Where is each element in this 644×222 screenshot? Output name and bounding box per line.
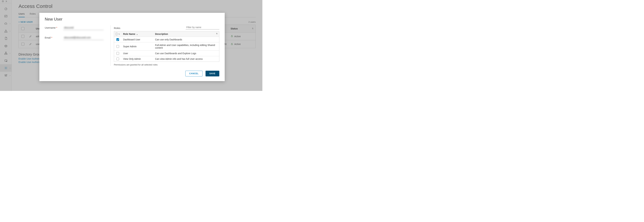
role-name: Dashboard User (122, 37, 154, 42)
role-name: View Only Admin (122, 56, 154, 62)
role-desc: Full Admin and User capabilities, includ… (154, 42, 219, 51)
role-desc: Can use only Dashboards (154, 37, 219, 42)
roles-label: Roles (114, 27, 120, 30)
role-desc: Can use Dashboards and Explore Logs (154, 51, 219, 56)
required-star: * (51, 36, 52, 39)
roles-filter-input[interactable] (186, 25, 219, 30)
sort-icon[interactable]: ⇅ (118, 33, 120, 35)
save-button[interactable]: SAVE (206, 71, 219, 76)
cancel-button[interactable]: CANCEL (185, 71, 202, 76)
vertical-divider (110, 25, 110, 66)
modal-title: New User (45, 17, 219, 22)
roles-table: ⇅ Role Name▲ Description⇅ Dashboard User… (114, 31, 219, 62)
roles-table-header: ⇅ Role Name▲ Description⇅ (114, 31, 219, 37)
email-label: Email (45, 36, 51, 39)
required-star: * (56, 27, 57, 29)
role-row: User Can use Dashboards and Explore Logs (114, 51, 219, 56)
role-name: User (122, 51, 154, 56)
role-desc: Can view Admin info and has full User ac… (154, 56, 219, 62)
form-column: Username* Email* (45, 25, 107, 66)
permissions-note: Permissions are granted for all selected… (114, 64, 219, 66)
role-row: Super Admin Full Admin and User capabili… (114, 42, 219, 51)
sort-icon[interactable]: ⇅ (216, 33, 218, 35)
role-row: Dashboard User Can use only Dashboards (114, 37, 219, 42)
roles-column: Roles ⇅ Role Name▲ Description⇅ Dashboar… (114, 25, 219, 66)
username-label: Username (45, 27, 56, 29)
username-input[interactable] (63, 25, 104, 30)
select-all-roles-checkbox[interactable] (116, 33, 118, 35)
sort-asc-icon[interactable]: ▲ (136, 33, 138, 35)
role-checkbox[interactable] (116, 58, 119, 60)
role-row: View Only Admin Can view Admin info and … (114, 56, 219, 62)
col-role-desc[interactable]: Description (155, 33, 168, 35)
col-role-name[interactable]: Role Name (123, 33, 135, 35)
modal-footer: CANCEL SAVE (45, 71, 219, 76)
role-checkbox[interactable] (116, 45, 119, 48)
new-user-modal: New User Username* Email* Roles ⇅ Role N… (39, 13, 225, 81)
role-name: Super Admin (122, 44, 154, 49)
role-checkbox[interactable] (116, 38, 119, 41)
email-input[interactable] (63, 35, 104, 40)
role-checkbox[interactable] (116, 52, 119, 55)
